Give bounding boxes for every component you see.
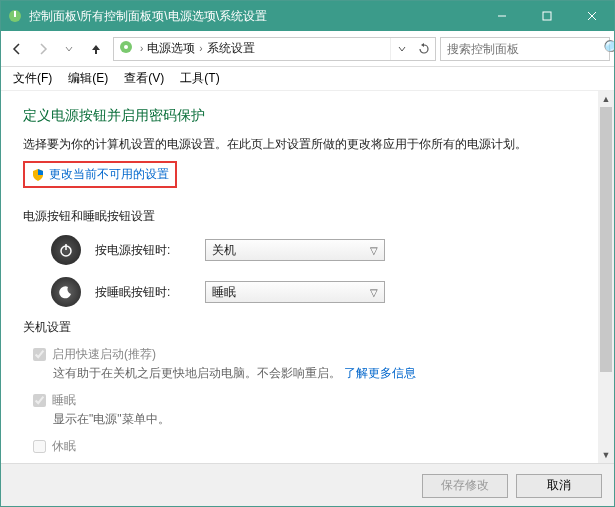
svg-rect-3	[543, 12, 551, 20]
sleep-checkbox-row: 睡眠	[33, 392, 592, 409]
menu-file[interactable]: 文件(F)	[9, 68, 56, 89]
minimize-button[interactable]	[479, 1, 524, 31]
page-heading: 定义电源按钮并启用密码保护	[23, 107, 592, 125]
sleep-button-row: 按睡眠按钮时: 睡眠 ▽	[51, 277, 592, 307]
scroll-thumb[interactable]	[600, 107, 612, 372]
fast-startup-label: 启用快速启动(推荐)	[52, 346, 156, 363]
breadcrumb-item[interactable]: 系统设置	[205, 40, 257, 57]
hibernate-checkbox-row: 休眠	[33, 438, 592, 455]
svg-point-7	[124, 45, 128, 49]
address-bar[interactable]: › 电源选项 › 系统设置	[113, 37, 436, 61]
forward-button[interactable]	[31, 37, 55, 61]
admin-link-label: 更改当前不可用的设置	[49, 166, 169, 183]
change-unavailable-settings-link[interactable]: 更改当前不可用的设置	[23, 161, 177, 188]
menu-tools[interactable]: 工具(T)	[176, 68, 223, 89]
footer-bar: 保存修改 取消	[1, 463, 614, 507]
power-icon	[51, 235, 81, 265]
sleep-icon	[51, 277, 81, 307]
search-input[interactable]	[441, 42, 603, 56]
chevron-right-icon: ›	[199, 43, 202, 54]
power-button-row: 按电源按钮时: 关机 ▽	[51, 235, 592, 265]
svg-rect-1	[14, 11, 16, 17]
shield-icon	[31, 168, 45, 182]
up-button[interactable]	[85, 38, 107, 60]
sleep-desc: 显示在"电源"菜单中。	[53, 411, 592, 428]
sleep-button-label: 按睡眠按钮时:	[95, 284, 205, 301]
power-button-label: 按电源按钮时:	[95, 242, 205, 259]
maximize-button[interactable]	[524, 1, 569, 31]
power-button-value: 关机	[212, 242, 236, 259]
sleep-label: 睡眠	[52, 392, 76, 409]
section-power-buttons: 电源按钮和睡眠按钮设置	[23, 208, 592, 225]
page-description: 选择要为你的计算机设置的电源设置。在此页上对设置所做的更改将应用于你所有的电源计…	[23, 135, 592, 153]
menu-view[interactable]: 查看(V)	[120, 68, 168, 89]
sleep-button-select[interactable]: 睡眠 ▽	[205, 281, 385, 303]
save-button[interactable]: 保存修改	[422, 474, 508, 498]
cancel-button[interactable]: 取消	[516, 474, 602, 498]
navigation-bar: › 电源选项 › 系统设置 🔍	[1, 31, 614, 67]
sleep-button-value: 睡眠	[212, 284, 236, 301]
scroll-down-button[interactable]: ▼	[598, 447, 614, 463]
refresh-button[interactable]	[413, 38, 435, 60]
scroll-track[interactable]	[598, 107, 614, 447]
address-dropdown[interactable]	[391, 38, 413, 60]
window-title: 控制面板\所有控制面板项\电源选项\系统设置	[29, 8, 479, 25]
scroll-up-button[interactable]: ▲	[598, 91, 614, 107]
sleep-checkbox	[33, 394, 46, 407]
menu-bar: 文件(F) 编辑(E) 查看(V) 工具(T)	[1, 67, 614, 91]
chevron-right-icon: ›	[140, 43, 143, 54]
section-shutdown: 关机设置	[23, 319, 592, 336]
fast-startup-desc: 这有助于在关机之后更快地启动电脑。不会影响重启。 了解更多信息	[53, 365, 592, 382]
fast-startup-checkbox	[33, 348, 46, 361]
chevron-down-icon: ▽	[370, 245, 378, 256]
breadcrumb-item[interactable]: 电源选项	[145, 40, 197, 57]
back-button[interactable]	[5, 37, 29, 61]
learn-more-link[interactable]: 了解更多信息	[344, 366, 416, 380]
close-button[interactable]	[569, 1, 614, 31]
hibernate-checkbox	[33, 440, 46, 453]
fast-startup-checkbox-row: 启用快速启动(推荐)	[33, 346, 592, 363]
hibernate-label: 休眠	[52, 438, 76, 455]
content-area: 定义电源按钮并启用密码保护 选择要为你的计算机设置的电源设置。在此页上对设置所做…	[1, 91, 614, 463]
power-button-select[interactable]: 关机 ▽	[205, 239, 385, 261]
app-icon	[7, 8, 23, 24]
search-icon: 🔍	[603, 39, 615, 58]
search-box[interactable]: 🔍	[440, 37, 610, 61]
titlebar: 控制面板\所有控制面板项\电源选项\系统设置	[1, 1, 614, 31]
history-dropdown[interactable]	[57, 37, 81, 61]
chevron-down-icon: ▽	[370, 287, 378, 298]
location-icon	[118, 39, 134, 58]
menu-edit[interactable]: 编辑(E)	[64, 68, 112, 89]
vertical-scrollbar[interactable]: ▲ ▼	[598, 91, 614, 463]
